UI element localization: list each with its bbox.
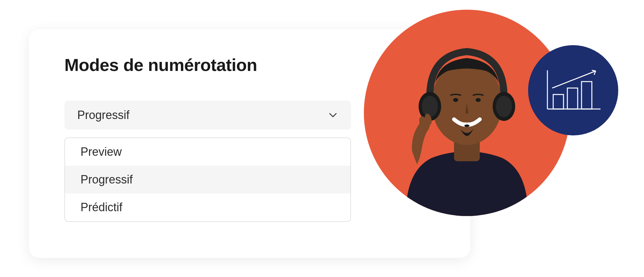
- dropdown-options-list: Preview Progressif Prédictif: [64, 137, 351, 222]
- svg-line-18: [552, 71, 596, 88]
- svg-point-8: [453, 98, 458, 102]
- growth-chart-badge: [528, 45, 618, 135]
- dropdown-trigger[interactable]: Progressif: [64, 101, 351, 130]
- dialing-mode-dropdown: Progressif Preview Progressif Prédictif: [64, 101, 351, 222]
- dropdown-option-preview[interactable]: Preview: [65, 138, 350, 166]
- growth-chart-icon: [544, 67, 602, 114]
- svg-point-7: [496, 96, 512, 117]
- dropdown-option-predictif[interactable]: Prédictif: [65, 193, 350, 221]
- svg-rect-15: [553, 94, 564, 109]
- svg-point-10: [464, 124, 469, 127]
- dropdown-option-progressif[interactable]: Progressif: [65, 166, 350, 193]
- chevron-down-icon: [328, 110, 338, 120]
- svg-point-6: [422, 96, 438, 117]
- svg-point-9: [476, 98, 481, 102]
- dropdown-selected-value: Progressif: [77, 108, 129, 122]
- svg-rect-17: [582, 82, 592, 109]
- svg-rect-16: [567, 88, 578, 109]
